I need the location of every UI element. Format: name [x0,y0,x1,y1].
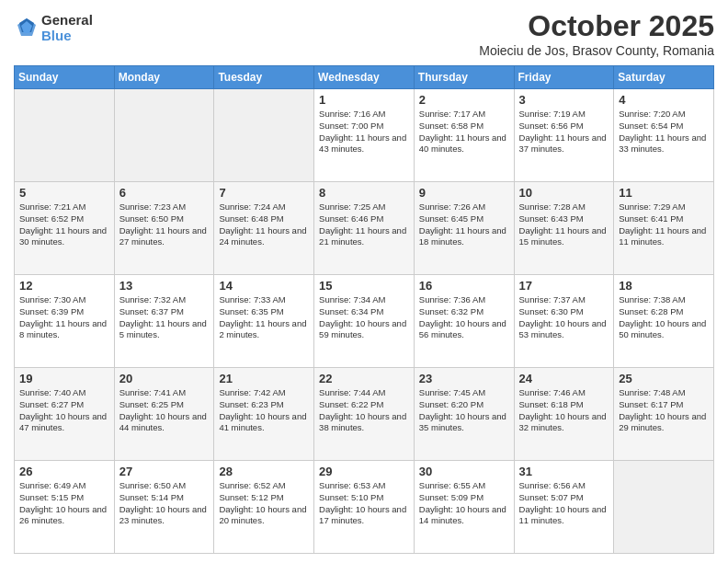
day-number: 7 [219,186,309,200]
day-number: 3 [519,93,609,107]
day-info: Sunrise: 7:33 AM Sunset: 6:35 PM Dayligh… [219,294,309,341]
day-info: Sunrise: 7:41 AM Sunset: 6:25 PM Dayligh… [119,387,210,434]
day-info: Sunrise: 7:21 AM Sunset: 6:52 PM Dayligh… [19,201,109,248]
day-number: 23 [419,372,509,385]
day-info: Sunrise: 7:30 AM Sunset: 6:39 PM Dayligh… [19,294,109,341]
day-info: Sunrise: 7:19 AM Sunset: 6:56 PM Dayligh… [519,109,609,155]
table-row [114,89,214,182]
day-info: Sunrise: 7:32 AM Sunset: 6:37 PM Dayligh… [119,294,210,341]
table-row: 16Sunrise: 7:36 AM Sunset: 6:32 PM Dayli… [414,275,514,368]
day-number: 13 [119,279,210,293]
day-number: 11 [619,186,709,200]
day-info: Sunrise: 7:28 AM Sunset: 6:43 PM Dayligh… [519,201,609,248]
table-row: 17Sunrise: 7:37 AM Sunset: 6:30 PM Dayli… [514,275,614,368]
day-number: 29 [319,465,409,478]
calendar-page: General Blue October 2025 Moieciu de Jos… [0,0,728,563]
table-row: 22Sunrise: 7:44 AM Sunset: 6:22 PM Dayli… [314,368,415,461]
day-number: 19 [19,372,109,385]
day-number: 31 [519,465,609,478]
day-info: Sunrise: 7:20 AM Sunset: 6:54 PM Dayligh… [619,109,709,155]
table-row: 27Sunrise: 6:50 AM Sunset: 5:14 PM Dayli… [114,461,214,554]
day-number: 18 [619,279,709,293]
table-row: 29Sunrise: 6:53 AM Sunset: 5:10 PM Dayli… [314,461,415,554]
calendar-week-row: 19Sunrise: 7:40 AM Sunset: 6:27 PM Dayli… [15,368,714,461]
table-row: 10Sunrise: 7:28 AM Sunset: 6:43 PM Dayli… [514,182,614,275]
header-monday: Monday [114,66,214,89]
table-row: 12Sunrise: 7:30 AM Sunset: 6:39 PM Dayli… [15,275,115,368]
day-info: Sunrise: 7:17 AM Sunset: 6:58 PM Dayligh… [419,109,509,155]
day-number: 28 [219,465,309,478]
day-number: 4 [619,93,709,107]
logo: General Blue [14,13,93,43]
day-info: Sunrise: 7:16 AM Sunset: 7:00 PM Dayligh… [319,109,409,155]
day-info: Sunrise: 7:48 AM Sunset: 6:17 PM Dayligh… [619,387,709,434]
day-info: Sunrise: 7:37 AM Sunset: 6:30 PM Dayligh… [519,294,609,341]
day-number: 16 [419,279,509,293]
table-row: 4Sunrise: 7:20 AM Sunset: 6:54 PM Daylig… [614,89,714,182]
day-info: Sunrise: 7:25 AM Sunset: 6:46 PM Dayligh… [319,201,409,248]
calendar-week-row: 26Sunrise: 6:49 AM Sunset: 5:15 PM Dayli… [15,461,714,554]
day-number: 6 [119,186,210,200]
day-number: 26 [19,465,109,478]
logo-general: General [41,13,93,29]
day-info: Sunrise: 6:49 AM Sunset: 5:15 PM Dayligh… [19,480,109,527]
day-info: Sunrise: 7:38 AM Sunset: 6:28 PM Dayligh… [619,294,709,341]
day-info: Sunrise: 6:53 AM Sunset: 5:10 PM Dayligh… [319,480,409,527]
day-number: 24 [519,372,609,385]
table-row: 8Sunrise: 7:25 AM Sunset: 6:46 PM Daylig… [314,182,415,275]
table-row: 28Sunrise: 6:52 AM Sunset: 5:12 PM Dayli… [214,461,314,554]
table-row: 25Sunrise: 7:48 AM Sunset: 6:17 PM Dayli… [614,368,714,461]
month-title: October 2025 [479,9,714,43]
day-number: 27 [119,465,210,478]
table-row: 1Sunrise: 7:16 AM Sunset: 7:00 PM Daylig… [314,89,415,182]
day-number: 5 [19,186,109,200]
table-row: 18Sunrise: 7:38 AM Sunset: 6:28 PM Dayli… [614,275,714,368]
table-row: 31Sunrise: 6:56 AM Sunset: 5:07 PM Dayli… [514,461,614,554]
table-row: 5Sunrise: 7:21 AM Sunset: 6:52 PM Daylig… [15,182,115,275]
location-subtitle: Moieciu de Jos, Brasov County, Romania [479,43,714,58]
weekday-header-row: Sunday Monday Tuesday Wednesday Thursday… [15,66,714,89]
table-row [614,461,714,554]
table-row: 24Sunrise: 7:46 AM Sunset: 6:18 PM Dayli… [514,368,614,461]
day-info: Sunrise: 7:23 AM Sunset: 6:50 PM Dayligh… [119,201,210,248]
day-number: 15 [319,279,409,293]
calendar-week-row: 12Sunrise: 7:30 AM Sunset: 6:39 PM Dayli… [15,275,714,368]
day-info: Sunrise: 7:34 AM Sunset: 6:34 PM Dayligh… [319,294,409,341]
day-number: 30 [419,465,509,478]
day-info: Sunrise: 6:50 AM Sunset: 5:14 PM Dayligh… [119,480,210,527]
day-number: 9 [419,186,509,200]
day-info: Sunrise: 6:52 AM Sunset: 5:12 PM Dayligh… [219,480,309,527]
table-row: 23Sunrise: 7:45 AM Sunset: 6:20 PM Dayli… [414,368,514,461]
title-block: October 2025 Moieciu de Jos, Brasov Coun… [479,9,714,58]
logo-text: General Blue [41,13,93,43]
table-row: 6Sunrise: 7:23 AM Sunset: 6:50 PM Daylig… [114,182,214,275]
header-sunday: Sunday [15,66,115,89]
table-row: 15Sunrise: 7:34 AM Sunset: 6:34 PM Dayli… [314,275,415,368]
day-info: Sunrise: 6:56 AM Sunset: 5:07 PM Dayligh… [519,480,609,527]
table-row [15,89,115,182]
day-number: 12 [19,279,109,293]
table-row: 14Sunrise: 7:33 AM Sunset: 6:35 PM Dayli… [214,275,314,368]
day-info: Sunrise: 6:55 AM Sunset: 5:09 PM Dayligh… [419,480,509,527]
day-number: 10 [519,186,609,200]
day-info: Sunrise: 7:29 AM Sunset: 6:41 PM Dayligh… [619,201,709,248]
day-number: 22 [319,372,409,385]
logo-icon [14,16,40,41]
header-saturday: Saturday [614,66,714,89]
table-row: 20Sunrise: 7:41 AM Sunset: 6:25 PM Dayli… [114,368,214,461]
table-row: 13Sunrise: 7:32 AM Sunset: 6:37 PM Dayli… [114,275,214,368]
day-info: Sunrise: 7:44 AM Sunset: 6:22 PM Dayligh… [319,387,409,434]
day-number: 25 [619,372,709,385]
day-number: 1 [319,93,409,107]
table-row [214,89,314,182]
table-row: 3Sunrise: 7:19 AM Sunset: 6:56 PM Daylig… [514,89,614,182]
header-thursday: Thursday [414,66,514,89]
day-info: Sunrise: 7:45 AM Sunset: 6:20 PM Dayligh… [419,387,509,434]
table-row: 21Sunrise: 7:42 AM Sunset: 6:23 PM Dayli… [214,368,314,461]
day-number: 14 [219,279,309,293]
header-tuesday: Tuesday [214,66,314,89]
header-wednesday: Wednesday [314,66,415,89]
calendar-week-row: 5Sunrise: 7:21 AM Sunset: 6:52 PM Daylig… [15,182,714,275]
calendar-table: Sunday Monday Tuesday Wednesday Thursday… [14,65,714,554]
calendar-week-row: 1Sunrise: 7:16 AM Sunset: 7:00 PM Daylig… [15,89,714,182]
